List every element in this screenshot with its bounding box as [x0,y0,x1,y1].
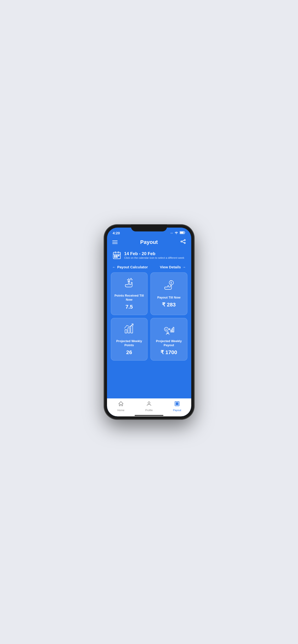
projected-weekly-points-label: Projected Weekly Points [114,339,145,348]
nav-item-payout[interactable]: Payout [170,401,184,412]
svg-point-33 [167,332,169,333]
profile-icon [146,401,152,408]
svg-rect-31 [172,329,173,332]
payout-calculator-back[interactable]: ← Payout Calculator [112,265,148,269]
nav-item-home[interactable]: Home [114,401,128,412]
payout-label: Payout [173,409,181,412]
back-arrow-icon: ← [112,265,116,269]
svg-marker-17 [127,278,130,282]
svg-rect-1 [180,232,184,234]
svg-rect-38 [176,404,177,405]
view-details-label: View Details [160,265,181,269]
share-icon[interactable] [181,239,186,245]
money-bag-icon: $ [163,279,175,293]
home-indicator [135,415,163,416]
status-icons: ··· [170,231,185,235]
battery-icon [180,231,186,235]
time: 4:20 [113,231,120,235]
svg-rect-24 [125,330,127,333]
menu-icon[interactable] [112,240,117,244]
phone-frame: 4:20 ··· [104,225,194,419]
svg-rect-16 [116,256,117,258]
bottom-nav: Home Profile [107,398,191,416]
svg-text:$: $ [165,328,167,330]
phone-screen: 4:20 ··· [107,228,191,416]
page-title: Payout [140,239,158,245]
svg-rect-30 [171,330,172,332]
svg-rect-25 [128,328,130,333]
svg-rect-36 [176,402,177,404]
date-text-wrap: 14 Feb - 20 Feb Click on the calendar ic… [124,251,185,259]
chart-up-icon [123,323,135,336]
svg-rect-2 [185,232,185,233]
card-projected-weekly-points[interactable]: Projected Weekly Points 26 [111,318,148,360]
svg-rect-13 [116,255,117,256]
payout-till-now-value: ₹ 283 [162,302,176,308]
view-details-forward[interactable]: View Details → [160,265,186,269]
svg-rect-26 [131,326,133,333]
app-header: Payout [107,236,191,249]
star-hand-icon [123,278,135,291]
svg-text:$: $ [170,282,172,284]
svg-point-34 [148,402,150,404]
projected-weekly-payout-value: ₹ 1700 [161,349,177,356]
payout-calculator-label: Payout Calculator [117,265,148,269]
svg-rect-14 [118,255,119,256]
svg-rect-37 [177,402,178,404]
svg-rect-35 [175,402,179,406]
card-points-received[interactable]: Points Received Till Now 7.5 [111,272,148,315]
profile-label: Profile [145,409,153,412]
svg-rect-32 [173,327,174,332]
projected-weekly-points-value: 26 [126,349,132,356]
forward-arrow-icon: → [182,265,186,269]
svg-rect-12 [114,255,115,256]
card-projected-weekly-payout[interactable]: $ Projected Weekly Payout ₹ 1700 [151,318,187,360]
calendar-icon[interactable] [112,250,121,260]
content-spacer [107,360,191,398]
nav-item-profile[interactable]: Profile [142,401,156,412]
notch [131,225,167,232]
date-section: 14 Feb - 20 Feb Click on the calendar ic… [107,249,191,264]
payout-till-now-label: Payout Till Now [157,296,181,300]
cards-grid: Points Received Till Now 7.5 $ P [107,272,191,360]
points-received-label: Points Received Till Now [114,294,145,302]
svg-rect-39 [177,404,178,405]
card-payout-till-now[interactable]: $ Payout Till Now ₹ 283 [151,272,187,315]
wifi-icon [175,231,178,235]
signal-dots: ··· [170,232,173,235]
svg-line-7 [182,240,184,241]
svg-line-6 [182,242,184,243]
payout-nav-icon [174,401,180,408]
home-label: Home [117,409,124,412]
svg-rect-15 [114,256,115,258]
home-icon [118,401,124,408]
date-hint: Click on the calendar icon to select a d… [124,256,185,259]
projected-weekly-payout-label: Projected Weekly Payout [154,339,184,348]
points-received-value: 7.5 [125,304,133,310]
payout-nav: ← Payout Calculator View Details → [107,264,191,272]
payout-chart-icon: $ [163,323,175,336]
date-range: 14 Feb - 20 Feb [124,251,185,256]
